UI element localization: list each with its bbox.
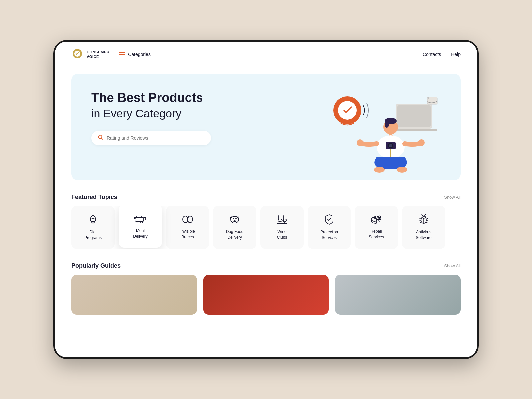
svg-point-50 (423, 216, 423, 217)
guide-card-2[interactable] (203, 275, 329, 315)
guides-title: Popularly Guides (71, 262, 121, 269)
featured-topics-section: Featured Topics Show All DietPrograms (55, 187, 477, 256)
svg-point-18 (389, 144, 392, 147)
hero-content: The Best Products in Every Category (91, 90, 251, 145)
wine-label: WineClubs (277, 229, 287, 240)
search-bar[interactable] (91, 131, 211, 145)
topic-card-dogfood[interactable]: Dog FoodDelivery (213, 206, 256, 249)
guide-card-1[interactable] (71, 275, 197, 315)
topic-card-braces[interactable]: InvisibleBraces (166, 206, 209, 249)
meal-icon (134, 213, 146, 225)
hero-section: The Best Products in Every Category (71, 74, 461, 180)
svg-point-36 (231, 216, 239, 223)
topic-card-wine[interactable]: WineClubs (260, 206, 304, 249)
svg-line-3 (102, 138, 103, 140)
dogfood-label: Dog FoodDelivery (226, 229, 244, 240)
braces-label: InvisibleBraces (180, 229, 195, 240)
dogfood-icon (229, 214, 240, 226)
svg-point-10 (428, 97, 429, 99)
topic-card-protection[interactable]: ProtectionServices (308, 206, 351, 249)
topic-card-antivirus[interactable]: AntivirusSoftware (402, 206, 445, 249)
svg-point-28 (141, 222, 143, 223)
svg-point-23 (374, 167, 385, 173)
featured-topics-header: Featured Topics Show All (71, 194, 461, 200)
svg-point-21 (357, 139, 363, 146)
svg-point-24 (397, 167, 407, 173)
braces-icon (182, 215, 193, 225)
featured-show-all[interactable]: Show All (444, 195, 461, 200)
hero-title-bold: The Best Products (91, 91, 203, 105)
svg-line-46 (378, 221, 380, 221)
nav-categories[interactable]: Categories (119, 52, 151, 57)
logo-icon (71, 48, 83, 60)
guides-header: Popularly Guides Show All (71, 262, 461, 269)
search-icon (98, 135, 103, 141)
topic-card-repair[interactable]: RepairServices (355, 206, 398, 249)
categories-label: Categories (128, 52, 151, 57)
nav-right: Contacts Help (423, 52, 461, 57)
hero-title: The Best Products in Every Category (91, 90, 251, 121)
device-frame: CONSUMER VOICE Categories Contacts Help … (53, 40, 479, 359)
guides-section: Popularly Guides Show All (55, 256, 477, 321)
hero-title-normal: in Every Category (91, 107, 181, 120)
guides-grid (71, 275, 461, 315)
navbar: CONSUMER VOICE Categories Contacts Help (55, 42, 477, 67)
svg-point-38 (235, 218, 237, 219)
help-link[interactable]: Help (451, 52, 461, 57)
svg-rect-13 (385, 120, 389, 128)
svg-point-27 (136, 222, 138, 223)
logo-area[interactable]: CONSUMER VOICE (71, 48, 109, 60)
meal-label: MealDelivery (133, 228, 147, 239)
protection-label: ProtectionServices (320, 229, 338, 241)
wine-icon (277, 214, 287, 226)
topic-card-diet[interactable]: DietPrograms (71, 206, 115, 249)
svg-point-22 (418, 139, 425, 146)
svg-rect-7 (397, 105, 431, 127)
search-input[interactable] (107, 135, 204, 141)
diet-icon (88, 214, 98, 226)
antivirus-icon (419, 214, 428, 226)
protection-icon (325, 214, 334, 226)
hamburger-icon (119, 52, 125, 56)
contacts-link[interactable]: Contacts (423, 52, 441, 57)
svg-point-37 (233, 218, 234, 219)
repair-label: RepairServices (369, 229, 384, 240)
guide-card-3[interactable] (335, 275, 461, 315)
hero-illustration (314, 80, 441, 177)
featured-topics-title: Featured Topics (71, 194, 117, 200)
antivirus-label: AntivirusSoftware (416, 229, 431, 241)
svg-rect-26 (135, 217, 144, 221)
repair-icon (371, 215, 382, 225)
logo-text: CONSUMER VOICE (87, 50, 109, 59)
guides-show-all[interactable]: Show All (444, 263, 461, 268)
topic-card-meal[interactable]: MealDelivery (119, 206, 162, 248)
topics-grid: DietPrograms (71, 206, 461, 249)
diet-label: DietPrograms (84, 229, 102, 241)
svg-point-39 (234, 220, 236, 222)
svg-point-51 (424, 216, 425, 217)
